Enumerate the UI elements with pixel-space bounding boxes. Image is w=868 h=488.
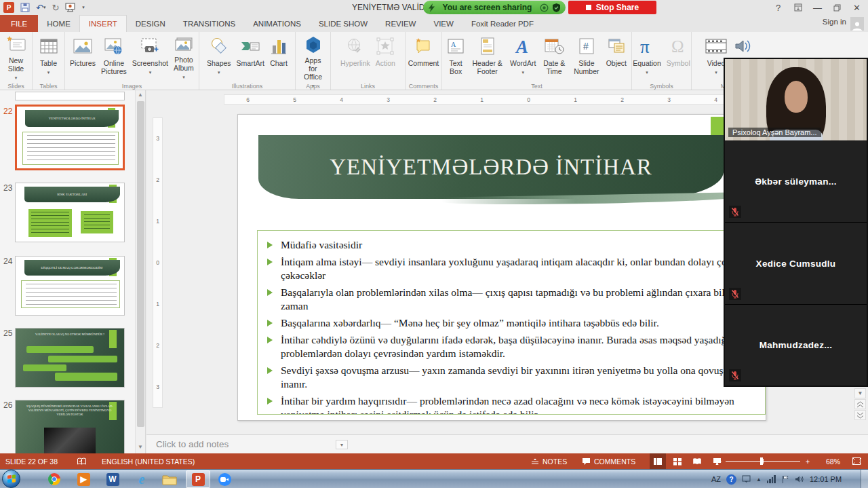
start-slideshow-icon[interactable] [65,2,76,13]
save-icon[interactable] [20,2,30,13]
notes-pane[interactable]: Click to add notes ▼ [146,434,868,453]
tab-foxit-reader-pdf[interactable]: Foxit Reader PDF [462,15,542,32]
participant-tile[interactable]: Əkbər süleyman... [725,141,867,223]
bullet-item[interactable]: Başqalarına xəbərdarlıq— “Mənə heç bir ş… [266,316,762,330]
thumbnail-slide-22[interactable]: YENİYETMƏLƏRDƏ İNTİHAR [15,105,125,170]
scroll-down-icon[interactable]: ▼ [136,443,145,452]
scroll-down-icon[interactable]: ▼ [854,388,866,398]
undo-icon[interactable]: ↶▾ [36,2,45,13]
bullet-item[interactable]: Sevdiyi şəxsə qovuşma arzusu— yaxın zama… [266,364,762,391]
participant-tile[interactable]: Mahmudzadez... [725,305,867,386]
volume-icon[interactable] [795,475,804,483]
bullet-item[interactable]: İntihar cəhdiylə özünü və duyğularını if… [266,333,762,360]
tab-design[interactable]: DESIGN [127,15,174,32]
taskbar-explorer-icon[interactable] [157,470,182,488]
taskbar-powerpoint-icon[interactable]: P [186,470,210,488]
bullet-item[interactable]: İntihar bir yardım hayqırısıdır— problem… [266,394,762,415]
action-button[interactable]: Action [373,35,398,82]
date-time-button[interactable]: Date & Time [538,35,570,82]
slide-sorter-view-button[interactable] [669,453,686,469]
start-button[interactable] [2,470,20,488]
sign-in-link[interactable]: Sign in [823,18,846,26]
slide-canvas[interactable]: YENİYETMƏLƏRDƏ İNTİHAR Müdafiə vasitəsid… [237,114,766,421]
tab-file[interactable]: FILE [0,15,38,32]
tray-display-icon[interactable] [742,475,751,483]
zoom-out-button[interactable]: − [717,453,722,469]
photo-album-button[interactable]: Photo Album▾ [171,35,197,82]
header-footer-button[interactable]: Header & Footer [467,35,507,82]
taskbar-internet-explorer-icon[interactable]: e [130,470,154,488]
new-slide-button[interactable]: New Slide▾ [2,35,30,82]
tab-home[interactable]: HOME [38,15,79,32]
scrollbar-thumb[interactable] [137,101,144,427]
minimize-button[interactable]: — [808,0,827,15]
symbol-button[interactable]: Ω Symbol [664,35,693,82]
tab-view[interactable]: VIEW [425,15,462,32]
show-hidden-icons[interactable]: ▲ [756,476,762,483]
redo-icon[interactable]: ↻ [52,2,59,13]
chart-button[interactable]: Chart [267,35,290,82]
screenshot-button[interactable]: Screenshot▾ [130,35,171,82]
tray-help-icon[interactable]: ? [726,474,736,485]
slide-title[interactable]: YENİYETMƏLƏRDƏ İNTİHAR [330,155,652,180]
notes-collapse-button[interactable]: ▼ [336,440,348,449]
tab-insert[interactable]: INSERT [79,15,127,32]
object-button[interactable]: Object [604,35,629,82]
spell-check-icon[interactable] [77,453,87,469]
keyboard-language[interactable]: AZ [711,475,721,483]
taskbar-word-icon[interactable]: W [100,470,125,488]
zoom-slider[interactable] [726,453,800,469]
network-icon[interactable] [767,475,776,483]
thumbnail-slide-25[interactable]: VALİDEYN OLARAQ NƏ ETMƏK MÜMKÜNDÜR ? [15,328,125,388]
reading-view-button[interactable] [689,453,705,469]
comments-toggle[interactable]: COMMENTS [582,453,635,469]
slide-content-box[interactable]: Müdafiə vasitəsidir İntiqam alma istəyi—… [257,230,766,415]
taskbar-zoom-icon[interactable] [212,470,237,488]
action-center-flag-icon[interactable] [781,475,789,484]
thumbnail-slide-23[interactable]: RİSK FAKTORLARI [15,183,125,242]
show-desktop-button[interactable] [861,470,868,488]
zoom-slider-knob[interactable] [760,457,763,465]
restore-button[interactable] [827,0,847,15]
participant-tile[interactable]: Xedice Cumsudlu [725,223,867,305]
thumbnail-slide-21-partial[interactable] [15,92,125,100]
table-button[interactable]: Table▾ [37,35,61,82]
tab-transitions[interactable]: TRANSITIONS [174,15,244,32]
zoom-level[interactable]: 68% [826,453,840,469]
next-slide-button[interactable] [854,410,866,420]
close-button[interactable]: ✕ [847,0,867,15]
participant-video-tile[interactable]: Psixoloq Ayşən Bayram... [725,59,867,141]
pictures-button[interactable]: Pictures [67,35,98,82]
thumbnail-slide-26[interactable]: UŞAQLIQ DÖVRÜNDƏKİ AHƏNGDAR VƏ BALANSLI … [15,400,125,453]
notes-placeholder[interactable]: Click to add notes [156,439,229,449]
notes-toggle[interactable]: NOTES [531,453,567,469]
tab-animations[interactable]: ANIMATIONS [244,15,310,32]
taskbar-chrome-icon[interactable] [42,470,66,488]
online-pictures-button[interactable]: Online Pictures [98,35,130,82]
bullet-item[interactable]: İntiqam alma istəyi— sevdiyi insanlara y… [266,255,762,282]
wordart-button[interactable]: A WordArt▾ [507,35,538,82]
clock[interactable]: 12:01 PM [810,475,842,483]
stop-share-button[interactable]: Stop Share [568,1,656,14]
tab-review[interactable]: REVIEW [376,15,425,32]
language-indicator[interactable]: ENGLISH (UNITED STATES) [102,453,195,469]
slide-title-banner[interactable]: YENİYETMƏLƏRDƏ İNTİHAR [258,135,724,199]
zoom-in-button[interactable]: + [806,453,810,469]
hyperlink-button[interactable]: Hyperlink [338,35,373,82]
ribbon-display-options-button[interactable] [788,0,808,15]
slide-show-view-button[interactable] [709,453,725,469]
bullet-item[interactable]: Müdafiə vasitəsidir [266,238,762,252]
customize-qat-icon[interactable]: ▾ [82,5,85,10]
comment-button[interactable]: Comment [406,35,442,82]
apps-for-office-button[interactable]: Apps for Office▾ [298,35,328,82]
scroll-up-icon[interactable]: ▲ [136,90,145,100]
previous-slide-button[interactable] [854,399,866,409]
equation-button[interactable]: π Equation▾ [630,35,663,82]
text-box-button[interactable]: A Text Box [444,35,467,82]
thumbnail-slide-24[interactable]: DİQQƏTLİ OLMAQ GƏRƏKMƏKDƏDİR! [15,256,125,316]
smartart-button[interactable]: SmartArt [234,35,267,82]
help-button[interactable]: ? [768,0,788,15]
fit-slide-button[interactable] [852,453,861,469]
slide-number-button[interactable]: # Slide Number [570,35,604,82]
thumbnail-scrollbar[interactable]: ▲ ▼ [135,90,145,453]
